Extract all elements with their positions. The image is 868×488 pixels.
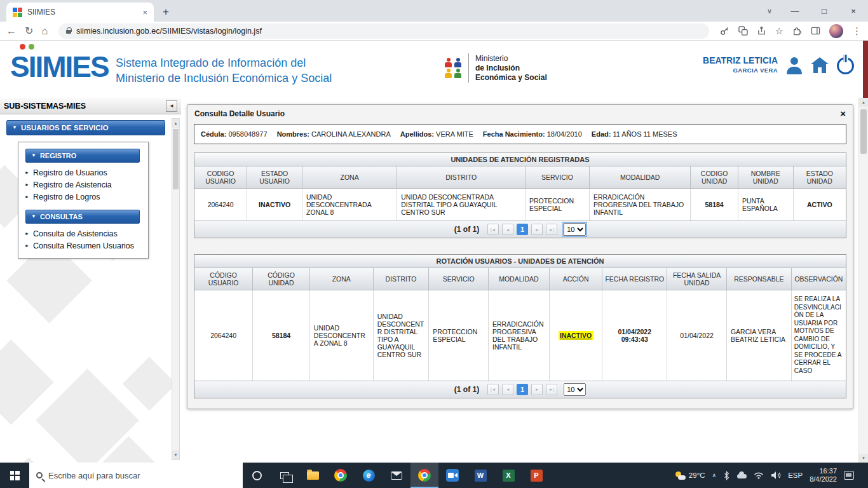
language-indicator[interactable]: ESP <box>788 471 803 479</box>
new-tab-button[interactable]: + <box>158 4 174 20</box>
table1-paginator: (1 of 1) |◄ ◄ 1 ► ►| 10 <box>194 220 846 238</box>
panel-titlebar: Consulta Detalle Usuario × <box>187 105 853 122</box>
start-button[interactable] <box>0 463 29 488</box>
camera-app-button[interactable] <box>438 463 466 488</box>
column-header: DISTRITO <box>397 166 526 189</box>
cortana-button[interactable] <box>243 463 271 488</box>
main-scrollbar[interactable]: ▲ ▼ <box>858 98 868 463</box>
unidades-atencion-table: UNIDADES DE ATENCIÓN REGISTRADAS CODIGO … <box>194 152 846 238</box>
word-icon: W <box>475 470 487 482</box>
translate-icon[interactable] <box>738 26 748 36</box>
menu-item-label: Consulta de Asistencias <box>33 229 118 238</box>
back-icon[interactable]: ← <box>6 26 17 36</box>
side-panel-icon[interactable] <box>811 26 820 36</box>
menu-section-consultas[interactable]: ▼ CONSULTAS <box>25 210 140 224</box>
tab-close-icon[interactable]: × <box>142 8 147 17</box>
scrollbar-thumb[interactable] <box>860 109 867 154</box>
menu-root-label: USUARIOS DE SERVICIO <box>21 124 109 132</box>
paginator-last-icon[interactable]: ►| <box>546 224 557 235</box>
extensions-puzzle-icon[interactable] <box>792 26 802 36</box>
nombres-label: Nombres: <box>277 130 309 138</box>
sidebar-item-registro-usuarios[interactable]: ► Registro de Usuarios <box>18 166 148 179</box>
share-icon[interactable] <box>757 26 766 36</box>
siimies-favicon-icon <box>13 8 22 17</box>
column-header: CODIGO UNIDAD <box>691 166 738 189</box>
profile-avatar[interactable] <box>829 24 843 38</box>
reload-icon[interactable]: ↻ <box>25 26 33 36</box>
menu-item-label: Consulta Resumen Usuarios <box>33 241 134 250</box>
scroll-up-icon[interactable]: ▲ <box>859 98 868 107</box>
tray-chevron-icon[interactable]: ∧ <box>712 472 717 478</box>
cedula-value: 0958048977 <box>228 130 267 138</box>
sidebar-item-consulta-resumen[interactable]: ► Consulta Resumen Usuarios <box>18 240 148 252</box>
tab-search-icon[interactable]: ∨ <box>759 0 780 22</box>
accion-inactivo-badge[interactable]: INACTIVO <box>559 331 593 340</box>
close-button[interactable]: × <box>839 0 868 22</box>
minimize-button[interactable]: — <box>780 0 810 22</box>
sidebar-item-registro-asistencia[interactable]: ► Registro de Asistencia <box>18 179 148 191</box>
url-text: siimies.inclusion.gob.ec/SIIMIES/vistas/… <box>76 27 262 36</box>
powerpoint-button[interactable]: P <box>522 463 550 488</box>
wifi-icon[interactable] <box>754 471 764 479</box>
task-view-button[interactable] <box>271 463 299 488</box>
paginator-page-1[interactable]: 1 <box>517 224 528 235</box>
paginator-first-icon[interactable]: |◄ <box>487 224 499 235</box>
sidebar-menu: ▼ USUARIOS DE SERVICIO ▼ REGISTRO ► Regi… <box>0 114 181 264</box>
word-button[interactable]: W <box>466 463 494 488</box>
paginator-prev-icon[interactable]: ◄ <box>502 384 513 395</box>
page-content: SUB-SISTEMAS-MIES ◄ ▼ USUARIOS DE SERVIC… <box>0 98 868 463</box>
sidebar-item-consulta-asistencias[interactable]: ► Consulta de Asistencias <box>18 227 148 240</box>
paginator-prev-icon[interactable]: ◄ <box>502 224 513 235</box>
maximize-button[interactable]: □ <box>810 0 839 22</box>
chrome-button[interactable] <box>327 463 355 488</box>
edge-button[interactable]: e <box>355 463 383 488</box>
taskbar-clock[interactable]: 16:37 8/4/2022 <box>810 467 837 484</box>
bluetooth-icon[interactable] <box>723 471 730 480</box>
weather-widget[interactable]: 29°C <box>675 471 705 480</box>
chrome-active-button[interactable] <box>410 463 438 488</box>
taskbar-search[interactable]: Escribe aquí para buscar <box>29 463 243 488</box>
chrome-icon <box>334 469 347 482</box>
home-nav-icon[interactable] <box>811 57 829 74</box>
rows-per-page-select[interactable]: 10 <box>564 223 586 236</box>
panel-close-icon[interactable]: × <box>840 109 846 118</box>
address-bar[interactable]: siimies.inclusion.gob.ec/SIIMIES/vistas/… <box>58 24 709 39</box>
mail-button[interactable] <box>383 463 410 488</box>
arrow-right-icon: ► <box>25 182 29 187</box>
paginator-page-1[interactable]: 1 <box>517 384 528 395</box>
chrome-icon <box>418 469 431 482</box>
scrollbar-thumb[interactable] <box>173 129 179 189</box>
scroll-down-icon[interactable]: ▼ <box>172 451 179 459</box>
clock-time: 16:37 <box>810 467 837 475</box>
app-title-line1: Sistema Integrado de Información del <box>116 55 332 71</box>
scroll-down-icon[interactable]: ▼ <box>859 454 868 463</box>
action-center-icon[interactable] <box>844 471 854 480</box>
user-name: BEATRIZ LETICIA <box>703 56 778 65</box>
rows-per-page-select[interactable]: 10 <box>564 383 586 396</box>
user-names: BEATRIZ LETICIA GARCIA VERA <box>703 56 778 75</box>
volume-icon[interactable] <box>771 471 781 480</box>
menu-usuarios-de-servicio[interactable]: ▼ USUARIOS DE SERVICIO <box>6 120 165 135</box>
chevron-down-icon: ▼ <box>31 214 36 219</box>
key-icon[interactable] <box>720 26 729 36</box>
paginator-next-icon[interactable]: ► <box>531 384 543 395</box>
bookmark-star-icon[interactable]: ☆ <box>775 26 783 36</box>
excel-button[interactable]: X <box>494 463 522 488</box>
paginator-last-icon[interactable]: ►| <box>546 384 557 395</box>
paginator-next-icon[interactable]: ► <box>531 224 543 235</box>
sidebar-collapse-icon[interactable]: ◄ <box>166 100 177 112</box>
weather-temp: 29°C <box>689 471 705 479</box>
sidebar-scrollbar[interactable]: ▲ ▼ <box>172 118 180 460</box>
paginator-first-icon[interactable]: |◄ <box>487 384 499 395</box>
browser-menu-icon[interactable]: ⋮ <box>852 26 862 36</box>
search-icon <box>36 472 43 478</box>
file-explorer-button[interactable] <box>299 463 327 488</box>
home-icon[interactable]: ⌂ <box>41 26 48 36</box>
onedrive-icon[interactable] <box>737 474 747 478</box>
logout-power-icon[interactable] <box>837 57 854 74</box>
menu-section-registro[interactable]: ▼ REGISTRO <box>25 149 140 163</box>
sidebar-item-registro-logros[interactable]: ► Registro de Logros <box>18 191 148 203</box>
scroll-up-icon[interactable]: ▲ <box>172 119 179 128</box>
browser-tab[interactable]: SIIMIES × <box>6 3 154 22</box>
user-profile-icon[interactable] <box>786 57 803 74</box>
